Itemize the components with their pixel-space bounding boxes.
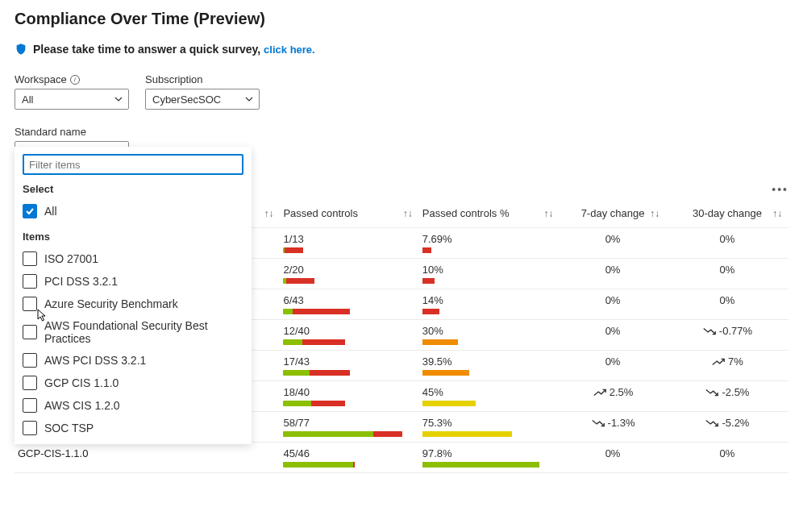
standard-filter: Standard name All Select All Items ISO 2…: [15, 126, 129, 162]
option-item[interactable]: AWS Foundational Security Best Practices: [23, 315, 243, 349]
checkbox-icon: [23, 376, 37, 390]
option-item-label: PCI DSS 3.2.1: [44, 275, 118, 288]
passed-text: 45/46: [283, 447, 415, 459]
option-item[interactable]: PCI DSS 3.2.1: [23, 270, 243, 293]
option-item-label: Azure Security Benchmark: [44, 297, 178, 310]
option-item[interactable]: Azure Security Benchmark: [23, 293, 243, 315]
30day-cell: -5.2%: [666, 412, 788, 443]
passed-text: 58/77: [283, 417, 415, 429]
chevron-down-icon: [114, 94, 123, 104]
passed-text: 17/43: [283, 355, 415, 368]
option-item[interactable]: AWS PCI DSS 3.2.1: [23, 349, 243, 372]
subscription-label: Subscription: [145, 73, 203, 85]
passed-bar: [283, 431, 402, 437]
workspace-dropdown[interactable]: All: [15, 89, 129, 110]
option-item-label: AWS Foundational Security Best Practices: [44, 319, 243, 345]
option-item[interactable]: SOC TSP: [23, 417, 243, 439]
30day-cell: 0%: [666, 259, 788, 289]
7day-cell: 0%: [560, 351, 666, 381]
sort-icon: ↑↓: [772, 208, 782, 219]
sort-icon: ↑↓: [403, 208, 413, 219]
option-item[interactable]: GCP CIS 1.1.0: [23, 372, 243, 394]
7day-text: 0%: [605, 355, 621, 368]
survey-banner: Please take time to answer a quick surve…: [15, 43, 788, 56]
option-item[interactable]: ISO 27001: [23, 247, 243, 270]
passed-text: 18/40: [283, 386, 415, 398]
checkbox-icon: [23, 398, 37, 413]
passed-pct-text: 10%: [422, 264, 556, 276]
passed-pct-bar: [422, 401, 542, 406]
7day-cell: -1.3%: [560, 412, 666, 443]
filter-items-input[interactable]: [23, 154, 243, 175]
subscription-filter: Subscription CyberSecSOC: [145, 73, 260, 110]
30day-cell: 0%: [666, 228, 788, 259]
passed-pct-bar: [422, 247, 542, 253]
7day-text: 2.5%: [610, 386, 634, 398]
30day-cell: 0%: [666, 289, 788, 320]
row-name-cell: GCP-CIS-1.1.0: [15, 443, 280, 473]
option-item-label: SOC TSP: [44, 422, 94, 434]
checkbox-icon: [23, 353, 37, 368]
30day-text: -2.5%: [722, 386, 749, 398]
passed-pct-bar: [422, 278, 542, 284]
30day-cell: -2.5%: [666, 381, 788, 412]
passed-bar: [283, 309, 402, 314]
30day-cell: 0%: [666, 443, 788, 473]
sort-icon: ↑↓: [543, 208, 553, 219]
select-section-label: Select: [23, 183, 243, 195]
passed-pct-cell: 39.5%: [419, 351, 560, 381]
col-passed[interactable]: Passed controls↑↓: [280, 202, 418, 228]
trend-up-icon: [593, 388, 607, 397]
sort-icon: ↑↓: [650, 208, 659, 219]
option-item[interactable]: AWS CIS 1.2.0: [23, 394, 243, 417]
passed-pct-bar: [422, 462, 542, 468]
table-row[interactable]: GCP-CIS-1.1.045/4697.8%0%0%: [15, 443, 788, 473]
col-30day[interactable]: 30-day change↑↓: [666, 202, 788, 228]
passed-pct-text: 45%: [422, 386, 556, 398]
passed-cell: 2/20: [280, 259, 418, 289]
passed-cell: 1/13: [280, 228, 418, 259]
30day-text: 7%: [728, 355, 743, 368]
checkbox-icon: [23, 251, 37, 266]
passed-pct-text: 30%: [422, 325, 556, 337]
checkbox-icon: [23, 421, 37, 435]
survey-link[interactable]: click here.: [264, 44, 315, 56]
passed-text: 12/40: [283, 325, 415, 337]
7day-text: 0%: [605, 294, 621, 306]
7day-cell: 2.5%: [560, 381, 666, 412]
30day-text: -0.77%: [719, 325, 752, 337]
passed-bar: [283, 401, 402, 406]
30day-text: 0%: [720, 294, 735, 306]
passed-pct-cell: 45%: [419, 381, 560, 412]
7day-cell: 0%: [560, 228, 666, 259]
info-icon[interactable]: i: [70, 75, 80, 85]
more-menu-button[interactable]: •••: [772, 183, 788, 196]
trend-down-icon: [702, 326, 717, 336]
30day-cell: -0.77%: [666, 320, 788, 351]
passed-cell: 17/43: [280, 351, 418, 381]
trend-down-icon: [705, 418, 719, 428]
7day-text: -1.3%: [608, 417, 635, 429]
option-all[interactable]: All: [23, 200, 243, 222]
workspace-label: Workspace: [15, 73, 67, 85]
passed-cell: 58/77: [280, 412, 418, 443]
passed-pct-cell: 30%: [419, 320, 560, 351]
col-7day[interactable]: 7-day change↑↓: [560, 202, 666, 228]
subscription-dropdown[interactable]: CyberSecSOC: [145, 89, 260, 110]
trend-down-icon: [591, 418, 605, 428]
7day-text: 0%: [605, 264, 621, 276]
page-title: Compliance Over Time (Preview): [15, 10, 788, 28]
workspace-value: All: [22, 94, 33, 106]
trend-down-icon: [705, 388, 719, 397]
option-all-label: All: [44, 205, 57, 218]
passed-pct-text: 97.8%: [422, 447, 556, 459]
passed-pct-cell: 14%: [419, 289, 560, 320]
passed-bar: [283, 339, 402, 345]
trend-up-icon: [711, 357, 726, 367]
passed-cell: 6/43: [280, 289, 418, 320]
option-item-label: AWS PCI DSS 3.2.1: [44, 354, 146, 367]
option-item-label: ISO 27001: [44, 252, 98, 265]
7day-text: 0%: [605, 233, 621, 245]
7day-text: 0%: [605, 447, 621, 459]
col-passed-pct[interactable]: Passed controls %↑↓: [419, 202, 560, 228]
